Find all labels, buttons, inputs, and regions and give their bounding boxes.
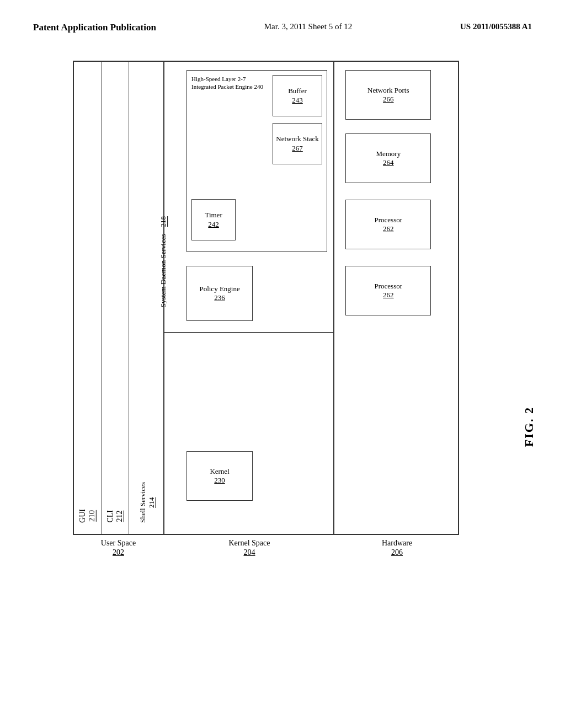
- user-space-label-text: User Space: [101, 538, 136, 548]
- network-ports-label: Network Ports: [367, 86, 409, 95]
- policy-engine-box: Policy Engine 236: [186, 266, 253, 321]
- kernel-divider: [164, 332, 333, 333]
- kernel-space-label-text: Kernel Space: [228, 538, 270, 548]
- bottom-labels: User Space 202 Kernel Space 204 Hardware…: [73, 538, 459, 557]
- network-ports-number: 266: [383, 95, 394, 104]
- system-daemon-number: 218: [159, 216, 167, 227]
- processor-bottom-number: 262: [383, 291, 394, 299]
- outer-box: GUI 210 CLI 212 Shell Serv: [73, 61, 459, 535]
- hardware-label-number: 206: [391, 548, 403, 557]
- cli-label: CLI 212: [106, 510, 125, 523]
- diagram-wrapper: GUI 210 CLI 212 Shell Serv: [73, 61, 492, 557]
- network-ports-box: Network Ports 266: [345, 70, 431, 120]
- patent-number-label: US 2011/0055388 A1: [460, 22, 532, 31]
- system-daemon-label: System Daemon Services 218: [159, 216, 168, 307]
- kernel-box: Kernel 230: [186, 451, 253, 501]
- header: Patent Application Publication Mar. 3, 2…: [33, 22, 532, 39]
- policy-engine-label: Policy Engine: [199, 285, 239, 294]
- network-stack-box: Network Stack 267: [273, 123, 322, 164]
- user-space-column: GUI 210 CLI 212 Shell Serv: [74, 62, 164, 534]
- buffer-number: 243: [292, 96, 303, 105]
- user-space-bottom-label: User Space 202: [73, 538, 164, 557]
- kernel-label: Kernel: [210, 467, 229, 477]
- processor-top-number: 262: [383, 224, 394, 233]
- timer-box: Timer 242: [191, 199, 236, 240]
- patent-publication-label: Patent Application Publication: [33, 22, 156, 33]
- hardware-column: Network Ports 266 Memory 264 Processor 2…: [334, 62, 458, 534]
- hardware-label-text: Hardware: [382, 538, 412, 548]
- cli-text: CLI: [106, 510, 114, 523]
- kernel-number: 230: [214, 476, 225, 485]
- hardware-bottom-label: Hardware 206: [335, 538, 459, 557]
- gui-number: 210: [88, 510, 96, 522]
- cli-section: CLI 212: [102, 62, 129, 534]
- fig-label: FIG. 2: [522, 406, 536, 447]
- network-stack-number: 267: [292, 144, 303, 153]
- gui-text: GUI: [78, 509, 87, 523]
- kernel-space-label-number: 204: [244, 548, 255, 557]
- user-space-label-number: 202: [113, 548, 124, 557]
- shell-number: 214: [147, 497, 156, 508]
- kernel-space-bottom-label: Kernel Space 204: [164, 538, 335, 557]
- system-daemon-text: System Daemon Services: [159, 234, 167, 308]
- gui-label: GUI 210: [78, 509, 97, 523]
- diagram-container: GUI 210 CLI 212 Shell Serv: [33, 61, 532, 557]
- date-sheet-label: Mar. 3, 2011 Sheet 5 of 12: [264, 22, 352, 31]
- timer-label: Timer: [205, 211, 222, 220]
- network-stack-label: Network Stack: [276, 135, 319, 144]
- hs-box: High-Speed Layer 2-7 Integrated Packet E…: [186, 70, 327, 252]
- memory-label: Memory: [376, 149, 401, 159]
- processor-bottom-label: Processor: [375, 282, 403, 291]
- kernel-space-column: System Daemon Services 218 High-Speed La…: [164, 62, 334, 534]
- page: Patent Application Publication Mar. 3, 2…: [0, 0, 565, 728]
- processor-bottom-box: Processor 262: [345, 266, 431, 315]
- buffer-box: Buffer 243: [273, 75, 322, 116]
- shell-label: Shell Services 214: [138, 482, 156, 523]
- memory-box: Memory 264: [345, 133, 431, 183]
- memory-number: 264: [383, 158, 394, 167]
- buffer-label: Buffer: [288, 87, 307, 96]
- processor-top-label: Processor: [375, 216, 403, 225]
- gui-section: GUI 210: [74, 62, 102, 534]
- cli-number: 212: [115, 511, 124, 522]
- processor-top-box: Processor 262: [345, 200, 431, 249]
- policy-engine-number: 236: [214, 293, 225, 302]
- shell-text: Shell Services: [138, 482, 147, 523]
- timer-number: 242: [208, 220, 219, 229]
